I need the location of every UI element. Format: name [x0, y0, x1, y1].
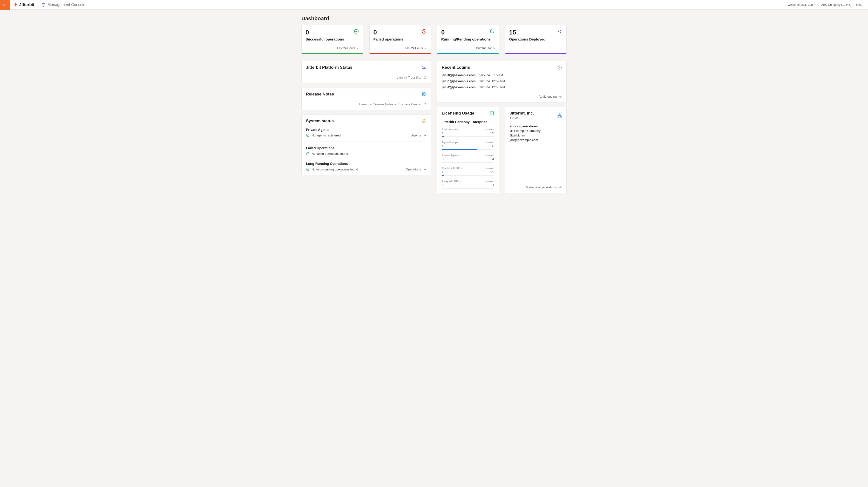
hamburger-icon	[3, 3, 7, 7]
svg-point-3	[490, 30, 494, 33]
jitterbit-logo-icon	[13, 2, 18, 7]
welcome-user-dropdown[interactable]: Welcome back, Jan	[785, 3, 819, 6]
chevron-down-icon	[424, 47, 427, 50]
svg-point-7	[306, 134, 309, 137]
panel-title: System status	[306, 119, 334, 123]
stat-card-deployed[interactable]: 15 Operations Deployed	[505, 25, 567, 54]
check-circle-icon	[306, 168, 310, 171]
stat-footer-text: Last 24 Hours	[405, 47, 423, 50]
stat-value: 0	[373, 29, 377, 36]
check-circle-icon	[306, 152, 310, 155]
license-name: Agent Groups	[442, 141, 458, 144]
link-text: Jitterbit Trust Site	[397, 76, 421, 79]
svg-point-9	[306, 168, 309, 171]
bar-chart-icon	[490, 111, 494, 116]
system-status-panel: System status Private Agents No agents r…	[301, 115, 431, 175]
cloud-check-icon	[422, 65, 426, 70]
login-row: jan+1@jbexample.com1/23/24, 12:59 PM	[442, 79, 562, 83]
licensed-label: Licensed	[484, 128, 494, 131]
license-used: 4	[442, 131, 444, 135]
license-progress-bar	[442, 175, 494, 176]
stat-label: Failed operations	[373, 37, 427, 41]
link-text: Manage organizations	[526, 185, 557, 189]
arrow-right-icon	[423, 168, 426, 171]
licensed-label: Licensed	[484, 141, 494, 144]
stat-value: 0	[441, 29, 444, 36]
welcome-label: Welcome back, Jan	[788, 3, 813, 6]
page-title: Dashboard	[301, 16, 567, 22]
section-heading: Long-Running Operations	[306, 162, 358, 165]
stat-card-successful[interactable]: 0 Successful operations Last 24 Hours	[301, 25, 363, 54]
panel-title: Recent Logins	[442, 65, 470, 70]
agents-link[interactable]: Agents	[411, 133, 426, 137]
stat-label: Running/Pending operations	[441, 37, 495, 41]
license-used: 0	[442, 157, 444, 161]
your-orgs-label: Your organizations	[510, 124, 562, 128]
operations-link[interactable]: Operations	[406, 168, 426, 171]
svg-point-1	[354, 29, 358, 33]
trust-site-link[interactable]: Jitterbit Trust Site	[306, 76, 426, 79]
org-tree-icon	[557, 113, 562, 118]
stat-timeframe-dropdown[interactable]: Last 24 Hours	[373, 47, 427, 50]
org-name: Jitterbit, Inc.	[510, 111, 534, 116]
x-circle-icon	[422, 29, 427, 34]
license-progress-bar	[442, 149, 494, 150]
stat-cards-row: 0 Successful operations Last 24 Hours 0 …	[301, 25, 567, 54]
license-total: 4	[492, 157, 494, 161]
manage-orgs-link[interactable]: Manage organizations	[510, 185, 562, 189]
help-link[interactable]: Help	[854, 3, 865, 6]
license-item: Jitterbit API URLsLicensed125	[442, 167, 494, 176]
status-text: No long-running operations found	[311, 168, 358, 171]
svg-rect-11	[559, 114, 560, 115]
panel-title: Release Notes	[306, 92, 334, 97]
hamburger-menu-button[interactable]	[0, 0, 10, 10]
link-text: Operations	[406, 168, 421, 171]
svg-point-4	[558, 31, 559, 32]
svg-rect-12	[558, 116, 559, 117]
login-row: jan+0@jbexample.com5/27/24, 8:15 AM	[442, 73, 562, 77]
license-name: Proxy API URLs	[442, 180, 461, 183]
org-item[interactable]: JB Example Company	[510, 129, 562, 132]
header-user-area: Welcome back, Jan ABC Company (12345) He…	[785, 3, 868, 6]
audit-logging-link[interactable]: Audit logging	[442, 95, 562, 98]
license-name: Environments	[442, 128, 458, 131]
org-item[interactable]: Jitterbit, Inc.	[510, 133, 562, 137]
logins-list: jan+0@jbexample.com5/27/24, 8:15 AMjan+1…	[442, 73, 562, 89]
release-notes-link[interactable]: Harmony Release Notes on Success Central	[306, 102, 426, 106]
svg-point-6	[560, 32, 561, 33]
bell-icon	[422, 119, 426, 123]
license-item: Proxy API URLsLicensed01	[442, 180, 494, 189]
org-label: ABC Company (12345)	[821, 3, 851, 6]
app-title-text: Management Console	[48, 3, 85, 7]
license-name: Jitterbit API URLs	[442, 167, 462, 170]
licensed-label: Licensed	[484, 180, 494, 183]
licensed-label: Licensed	[484, 167, 494, 170]
org-selector[interactable]: ABC Company (12345)	[819, 3, 854, 6]
top-header: Jitterbit Management Console Welcome bac…	[0, 0, 868, 10]
app-title: Management Console	[40, 3, 85, 7]
license-item: EnvironmentsLicensed499	[442, 128, 494, 137]
license-used: 1	[442, 170, 444, 174]
license-name: Private Agents	[442, 154, 459, 157]
platform-status-panel: Jitterbit Platform Status Jitterbit Trus…	[301, 61, 431, 84]
chevron-down-icon	[814, 4, 816, 6]
stat-timeframe-dropdown[interactable]: Last 24 Hours	[306, 47, 359, 50]
stat-card-running[interactable]: 0 Running/Pending operations Current Sta…	[437, 25, 499, 54]
login-time: 1/23/24, 12:58 PM	[479, 85, 562, 89]
login-user: jan+2@jbexample.com	[442, 85, 478, 89]
login-time: 5/27/24, 8:15 AM	[479, 73, 562, 77]
arrow-right-icon	[559, 186, 562, 189]
login-row: jan+2@jbexample.com1/23/24, 12:58 PM	[442, 85, 562, 89]
nodes-icon	[557, 29, 562, 34]
brand-logo[interactable]: Jitterbit	[10, 2, 38, 7]
stat-card-failed[interactable]: 0 Failed operations Last 24 Hours	[369, 25, 431, 54]
stat-footer: Current Status	[441, 47, 495, 50]
stat-footer-text: Last 24 Hours	[337, 47, 355, 50]
svg-rect-13	[560, 116, 562, 117]
license-item: Agent GroupsLicensed46	[442, 141, 494, 150]
panel-title: Licensing Usage	[442, 111, 474, 116]
login-time: 1/23/24, 12:59 PM	[479, 79, 562, 83]
login-user: jan+0@jbexample.com	[442, 73, 478, 77]
stat-label: Operations Deployed	[509, 37, 563, 41]
org-email: jan@jbexample.com	[510, 138, 562, 142]
